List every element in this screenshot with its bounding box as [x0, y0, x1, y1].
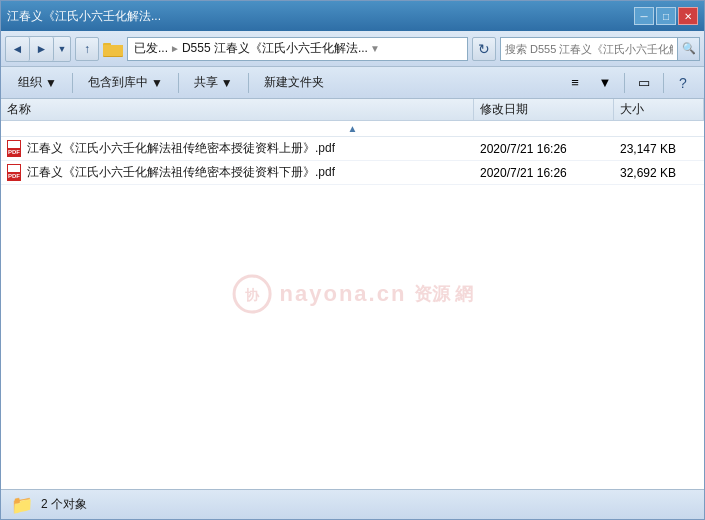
col-header-name[interactable]: 名称 — [1, 99, 474, 120]
status-count: 2 个对象 — [41, 496, 87, 513]
file-cell-size-1: 32,692 KB — [614, 161, 704, 184]
search-input[interactable] — [501, 38, 677, 60]
forward-button[interactable]: ► — [30, 37, 54, 61]
crumb-arrow1: ► — [170, 43, 180, 54]
preview-pane-button[interactable]: ▭ — [631, 71, 657, 95]
address-bar: ◄ ► ▼ ↑ 已发... ► D555 江春义《江氏小六壬化解法... ▼ ↻… — [1, 31, 704, 67]
include-label: 包含到库中 — [88, 74, 148, 91]
include-arrow: ▼ — [151, 76, 163, 90]
file-cell-date-1: 2020/7/21 16:26 — [474, 161, 614, 184]
separator2 — [178, 73, 179, 93]
minimize-button[interactable]: ─ — [634, 7, 654, 25]
file-cell-size-0: 23,147 KB — [614, 137, 704, 160]
table-row[interactable]: PDF 江春义《江氏小六壬化解法祖传绝密本授徒资料上册》.pdf 2020/7/… — [1, 137, 704, 161]
pdf-icon-1: PDF — [7, 164, 23, 182]
file-list: 名称 修改日期 大小 ▲ PDF 江春义《江氏小六壬化解法祖传绝密本授徒资料上册… — [1, 99, 704, 489]
toolbar: 组织 ▼ 包含到库中 ▼ 共享 ▼ 新建文件夹 ≡ ▼ ▭ ? — [1, 67, 704, 99]
separator4 — [624, 73, 625, 93]
nav-buttons: ◄ ► ▼ — [5, 36, 71, 62]
column-headers: 名称 修改日期 大小 — [1, 99, 704, 121]
address-path-box[interactable]: 已发... ► D555 江春义《江氏小六壬化解法... ▼ — [127, 37, 468, 61]
file-cell-name-0: PDF 江春义《江氏小六壬化解法祖传绝密本授徒资料上册》.pdf — [1, 137, 474, 160]
crumb-part1: 已发... — [134, 40, 168, 57]
new-folder-label: 新建文件夹 — [264, 74, 324, 91]
content-area: 名称 修改日期 大小 ▲ PDF 江春义《江氏小六壬化解法祖传绝密本授徒资料上册… — [1, 99, 704, 489]
crumb-part2: D555 江春义《江氏小六壬化解法... — [182, 40, 368, 57]
file-cell-name-1: PDF 江春义《江氏小六壬化解法祖传绝密本授徒资料下册》.pdf — [1, 161, 474, 184]
organize-label: 组织 — [18, 74, 42, 91]
separator1 — [72, 73, 73, 93]
back-button[interactable]: ◄ — [6, 37, 30, 61]
address-breadcrumb: 已发... ► D555 江春义《江氏小六壬化解法... ▼ — [134, 40, 380, 57]
share-arrow: ▼ — [221, 76, 233, 90]
svg-rect-2 — [103, 45, 123, 56]
view-details-button[interactable]: ≡ — [562, 71, 588, 95]
status-bar: 📁 2 个对象 — [1, 489, 704, 519]
help-button[interactable]: ? — [670, 71, 696, 95]
organize-arrow: ▼ — [45, 76, 57, 90]
search-button[interactable]: 🔍 — [677, 38, 699, 60]
nav-dropdown-button[interactable]: ▼ — [54, 37, 70, 61]
col-header-date[interactable]: 修改日期 — [474, 99, 614, 120]
refresh-button[interactable]: ↻ — [472, 37, 496, 61]
expand-arrow[interactable]: ▲ — [1, 121, 704, 137]
explorer-window: 江春义《江氏小六壬化解法... ─ □ ✕ ◄ ► ▼ ↑ 已发... ► D5… — [0, 0, 705, 520]
maximize-button[interactable]: □ — [656, 7, 676, 25]
window-controls: ─ □ ✕ — [634, 7, 698, 25]
new-folder-button[interactable]: 新建文件夹 — [255, 71, 333, 95]
table-row[interactable]: PDF 江春义《江氏小六壬化解法祖传绝密本授徒资料下册》.pdf 2020/7/… — [1, 161, 704, 185]
pdf-icon-0: PDF — [7, 140, 23, 158]
search-box: 🔍 — [500, 37, 700, 61]
title-bar: 江春义《江氏小六壬化解法... ─ □ ✕ — [1, 1, 704, 31]
close-button[interactable]: ✕ — [678, 7, 698, 25]
col-header-size[interactable]: 大小 — [614, 99, 704, 120]
status-folder-icon: 📁 — [11, 494, 33, 516]
file-rows: PDF 江春义《江氏小六壬化解法祖传绝密本授徒资料上册》.pdf 2020/7/… — [1, 137, 704, 489]
file-name-0: 江春义《江氏小六壬化解法祖传绝密本授徒资料上册》.pdf — [27, 140, 335, 157]
up-button[interactable]: ↑ — [75, 37, 99, 61]
share-button[interactable]: 共享 ▼ — [185, 71, 242, 95]
view-dropdown-button[interactable]: ▼ — [592, 71, 618, 95]
folder-icon — [103, 40, 123, 58]
organize-button[interactable]: 组织 ▼ — [9, 71, 66, 95]
include-button[interactable]: 包含到库中 ▼ — [79, 71, 172, 95]
file-cell-date-0: 2020/7/21 16:26 — [474, 137, 614, 160]
crumb-dropdown[interactable]: ▼ — [370, 43, 380, 54]
file-name-1: 江春义《江氏小六壬化解法祖传绝密本授徒资料下册》.pdf — [27, 164, 335, 181]
separator3 — [248, 73, 249, 93]
window-title: 江春义《江氏小六壬化解法... — [7, 8, 634, 25]
separator5 — [663, 73, 664, 93]
share-label: 共享 — [194, 74, 218, 91]
